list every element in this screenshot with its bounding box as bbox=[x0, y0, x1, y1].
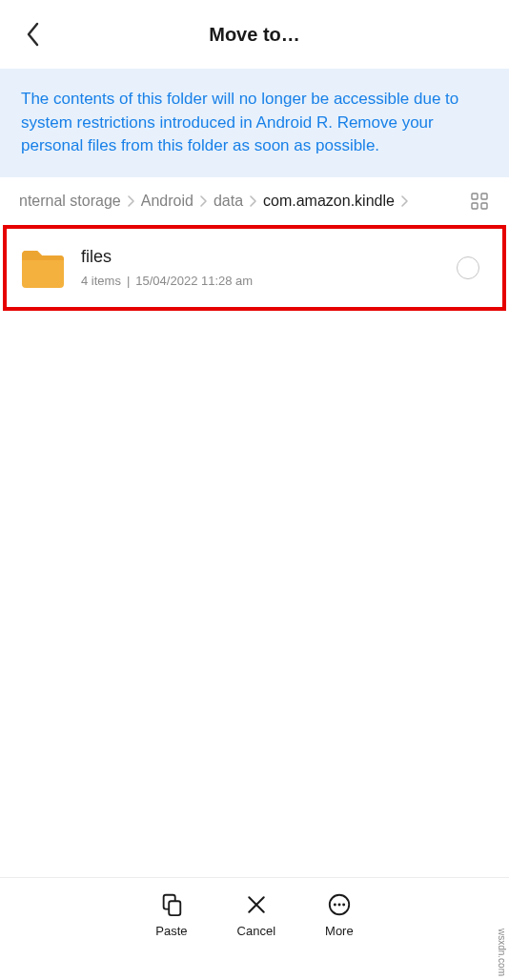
cancel-button[interactable]: Cancel bbox=[237, 891, 275, 938]
cancel-label: Cancel bbox=[237, 924, 275, 938]
more-icon bbox=[326, 891, 353, 918]
select-radio[interactable] bbox=[457, 256, 479, 279]
svg-rect-2 bbox=[472, 203, 478, 209]
svg-rect-5 bbox=[169, 901, 180, 915]
chevron-right-icon bbox=[127, 194, 135, 208]
more-label: More bbox=[325, 924, 354, 938]
chevron-right-icon bbox=[249, 194, 257, 208]
grid-icon bbox=[471, 193, 488, 210]
back-icon bbox=[25, 21, 42, 48]
folder-row[interactable]: files 4 items | 15/04/2022 11:28 am bbox=[3, 225, 506, 311]
svg-rect-3 bbox=[481, 203, 487, 209]
breadcrumb-item[interactable]: com.amazon.kindle bbox=[263, 193, 395, 210]
folder-icon bbox=[20, 246, 66, 290]
paste-button[interactable]: Paste bbox=[155, 891, 187, 938]
breadcrumb-item[interactable]: Android bbox=[141, 193, 193, 210]
more-button[interactable]: More bbox=[325, 891, 354, 938]
breadcrumb-item[interactable]: data bbox=[214, 193, 243, 210]
paste-label: Paste bbox=[155, 924, 187, 938]
page-title: Move to… bbox=[48, 24, 461, 46]
svg-rect-1 bbox=[481, 194, 487, 199]
breadcrumb-item[interactable]: nternal storage bbox=[19, 193, 121, 210]
header: Move to… bbox=[0, 0, 509, 69]
close-icon bbox=[243, 891, 270, 918]
chevron-right-icon bbox=[400, 194, 409, 208]
folder-date: 15/04/2022 11:28 am bbox=[135, 274, 253, 288]
svg-point-7 bbox=[334, 904, 336, 907]
folder-name: files bbox=[81, 247, 457, 267]
warning-banner: The contents of this folder will no long… bbox=[0, 69, 509, 177]
folder-meta: 4 items | 15/04/2022 11:28 am bbox=[81, 274, 457, 288]
breadcrumb: nternal storage Android data com.amazon.… bbox=[0, 177, 509, 225]
bottom-bar: Paste Cancel More bbox=[0, 877, 509, 951]
folder-count: 4 items bbox=[81, 274, 121, 288]
paste-icon bbox=[158, 891, 185, 918]
watermark: wsxdn.com bbox=[495, 925, 509, 980]
svg-rect-0 bbox=[472, 194, 478, 199]
svg-point-9 bbox=[342, 904, 345, 907]
grid-view-toggle[interactable] bbox=[469, 191, 490, 212]
svg-point-8 bbox=[337, 904, 340, 907]
chevron-right-icon bbox=[199, 194, 208, 208]
folder-info: files 4 items | 15/04/2022 11:28 am bbox=[81, 247, 457, 288]
meta-divider: | bbox=[127, 274, 130, 288]
back-button[interactable] bbox=[19, 20, 48, 49]
